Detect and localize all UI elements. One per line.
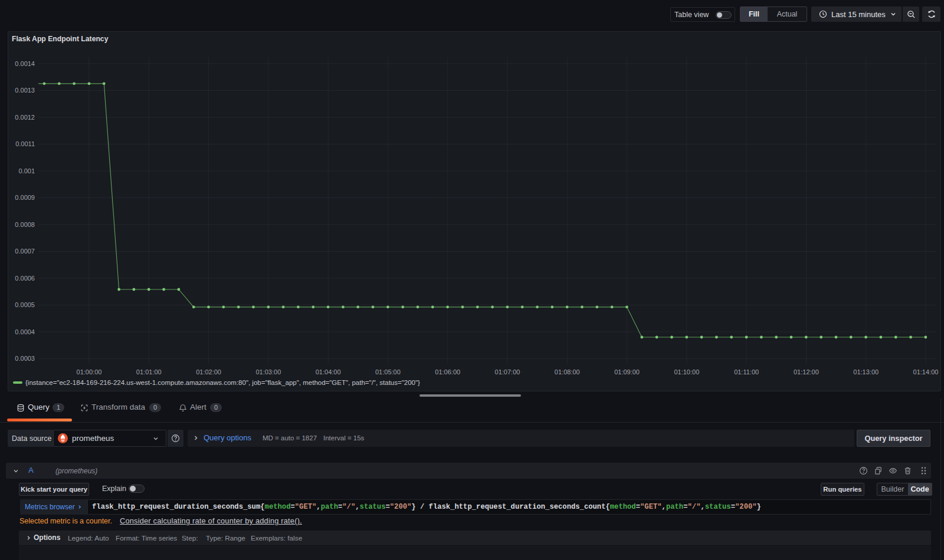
svg-text:0.0013: 0.0013 [15, 87, 35, 94]
svg-text:0.0009: 0.0009 [15, 194, 35, 201]
svg-text:01:13:00: 01:13:00 [853, 368, 879, 375]
svg-text:0.0005: 0.0005 [15, 301, 35, 308]
svg-text:01:14:00: 01:14:00 [913, 368, 939, 375]
svg-text:0.0004: 0.0004 [15, 328, 35, 335]
svg-text:0.0014: 0.0014 [15, 60, 35, 67]
svg-text:01:04:00: 01:04:00 [316, 368, 341, 375]
svg-text:01:06:00: 01:06:00 [435, 368, 460, 375]
svg-text:0.0012: 0.0012 [15, 114, 35, 121]
svg-text:01:10:00: 01:10:00 [674, 368, 699, 375]
svg-text:01:09:00: 01:09:00 [614, 368, 640, 375]
svg-text:01:07:00: 01:07:00 [495, 368, 520, 375]
svg-text:0.001: 0.001 [18, 167, 35, 174]
svg-text:0.0003: 0.0003 [15, 355, 35, 362]
svg-text:01:08:00: 01:08:00 [555, 368, 580, 375]
svg-text:0.0007: 0.0007 [15, 248, 35, 255]
svg-text:0.0011: 0.0011 [15, 140, 35, 147]
svg-text:01:03:00: 01:03:00 [255, 368, 281, 375]
svg-text:01:05:00: 01:05:00 [375, 368, 401, 375]
svg-text:0.0008: 0.0008 [15, 221, 35, 228]
svg-text:01:01:00: 01:01:00 [136, 368, 162, 375]
svg-text:01:11:00: 01:11:00 [734, 368, 759, 375]
svg-text:01:00:00: 01:00:00 [77, 368, 102, 375]
svg-text:01:12:00: 01:12:00 [794, 368, 819, 375]
svg-text:0.0006: 0.0006 [15, 275, 35, 282]
svg-text:01:02:00: 01:02:00 [196, 368, 221, 375]
